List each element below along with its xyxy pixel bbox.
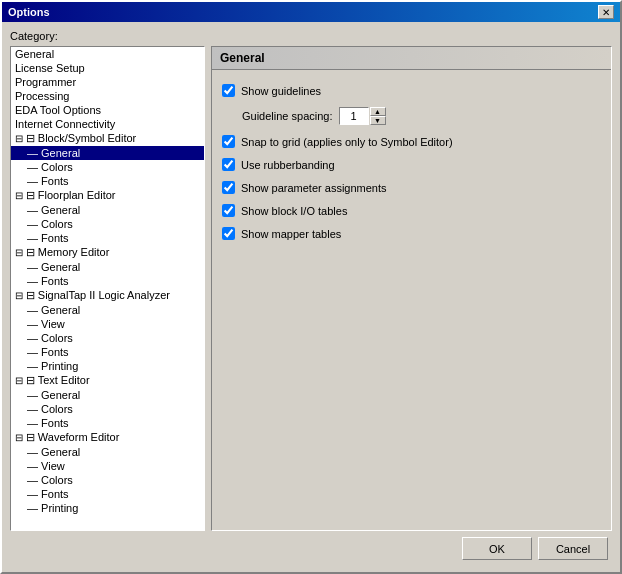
- tree-item[interactable]: — View: [11, 459, 204, 473]
- show-block-io-checkbox[interactable]: [222, 204, 235, 217]
- tree-item[interactable]: — Printing: [11, 359, 204, 373]
- show-mapper-label: Show mapper tables: [241, 228, 341, 240]
- show-block-io-row: Show block I/O tables: [222, 204, 601, 217]
- tree-item[interactable]: — Fonts: [11, 487, 204, 501]
- tree-item[interactable]: — Colors: [11, 160, 204, 174]
- tree-item[interactable]: ⊟ Block/Symbol Editor: [11, 131, 204, 146]
- show-guidelines-checkbox[interactable]: [222, 84, 235, 97]
- tree-item[interactable]: ⊟ Waveform Editor: [11, 430, 204, 445]
- tree-item[interactable]: — Colors: [11, 217, 204, 231]
- tree-item[interactable]: — Colors: [11, 473, 204, 487]
- options-dialog: Options ✕ Category: GeneralLicense Setup…: [0, 0, 622, 574]
- rubberbanding-label: Use rubberbanding: [241, 159, 335, 171]
- tree-item[interactable]: — Fonts: [11, 274, 204, 288]
- show-mapper-checkbox[interactable]: [222, 227, 235, 240]
- title-bar: Options ✕: [2, 2, 620, 22]
- snap-to-grid-row: Snap to grid (applies only to Symbol Edi…: [222, 135, 601, 148]
- show-block-io-label: Show block I/O tables: [241, 205, 347, 217]
- tree-item[interactable]: — Fonts: [11, 345, 204, 359]
- tree-item[interactable]: — Fonts: [11, 416, 204, 430]
- spinner-buttons: ▲ ▼: [370, 107, 386, 125]
- guideline-spacing-row: Guideline spacing: ▲ ▼: [222, 107, 601, 125]
- guideline-spacing-input[interactable]: [339, 107, 369, 125]
- tree-item[interactable]: License Setup: [11, 61, 204, 75]
- snap-to-grid-checkbox[interactable]: [222, 135, 235, 148]
- show-guidelines-row: Show guidelines: [222, 84, 601, 97]
- tree-item[interactable]: — General: [11, 260, 204, 274]
- show-param-label: Show parameter assignments: [241, 182, 387, 194]
- cancel-button[interactable]: Cancel: [538, 537, 608, 560]
- show-guidelines-label: Show guidelines: [241, 85, 321, 97]
- snap-to-grid-label: Snap to grid (applies only to Symbol Edi…: [241, 136, 453, 148]
- tree-item[interactable]: ⊟ Floorplan Editor: [11, 188, 204, 203]
- right-panel: General Show guidelines Guideline spacin…: [211, 46, 612, 531]
- tree-item[interactable]: — Fonts: [11, 174, 204, 188]
- show-param-checkbox[interactable]: [222, 181, 235, 194]
- tree-item[interactable]: General: [11, 47, 204, 61]
- spinner-up-button[interactable]: ▲: [370, 107, 386, 116]
- spinner-down-button[interactable]: ▼: [370, 116, 386, 125]
- guideline-spacing-spinner: ▲ ▼: [339, 107, 386, 125]
- tree-item[interactable]: — Colors: [11, 402, 204, 416]
- tree-item[interactable]: — Printing: [11, 501, 204, 515]
- tree-item[interactable]: — General: [11, 303, 204, 317]
- category-label: Category:: [10, 30, 612, 42]
- footer: OK Cancel: [10, 531, 612, 564]
- panel-body: Show guidelines Guideline spacing: ▲ ▼: [212, 78, 611, 246]
- main-content: GeneralLicense SetupProgrammerProcessing…: [10, 46, 612, 531]
- rubberbanding-row: Use rubberbanding: [222, 158, 601, 171]
- tree-item[interactable]: EDA Tool Options: [11, 103, 204, 117]
- tree-item[interactable]: — Colors: [11, 331, 204, 345]
- show-param-row: Show parameter assignments: [222, 181, 601, 194]
- panel-title: General: [212, 47, 611, 70]
- tree-item[interactable]: — General: [11, 445, 204, 459]
- tree-item[interactable]: — General: [11, 388, 204, 402]
- tree-item[interactable]: — General: [11, 146, 204, 160]
- tree-item[interactable]: Internet Connectivity: [11, 117, 204, 131]
- tree-item[interactable]: — General: [11, 203, 204, 217]
- tree-item[interactable]: — Fonts: [11, 231, 204, 245]
- show-mapper-row: Show mapper tables: [222, 227, 601, 240]
- tree-item[interactable]: — View: [11, 317, 204, 331]
- dialog-body: Category: GeneralLicense SetupProgrammer…: [2, 22, 620, 572]
- ok-button[interactable]: OK: [462, 537, 532, 560]
- tree-item[interactable]: ⊟ Memory Editor: [11, 245, 204, 260]
- category-tree[interactable]: GeneralLicense SetupProgrammerProcessing…: [10, 46, 205, 531]
- tree-item[interactable]: Programmer: [11, 75, 204, 89]
- tree-item[interactable]: ⊟ Text Editor: [11, 373, 204, 388]
- close-button[interactable]: ✕: [598, 5, 614, 19]
- tree-item[interactable]: ⊟ SignalTap II Logic Analyzer: [11, 288, 204, 303]
- tree-item[interactable]: Processing: [11, 89, 204, 103]
- rubberbanding-checkbox[interactable]: [222, 158, 235, 171]
- guideline-spacing-label: Guideline spacing:: [242, 110, 333, 122]
- window-title: Options: [8, 6, 50, 18]
